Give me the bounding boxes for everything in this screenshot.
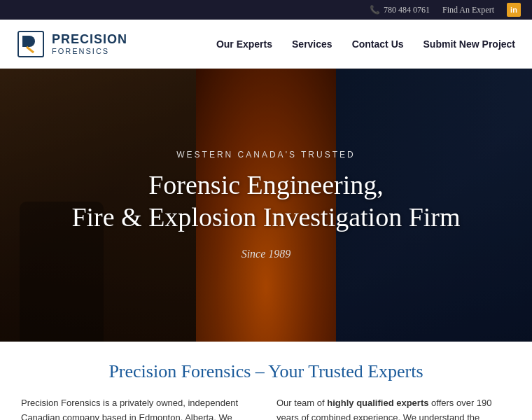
content-text-1: Precision Forensics is a privately owned… <box>21 396 255 420</box>
nav-services[interactable]: Services <box>292 38 332 50</box>
content-text-2: Our team of highly qualified experts off… <box>276 396 511 420</box>
hero-subtitle: WESTERN CANADA'S TRUSTED <box>176 150 355 160</box>
hero-title-line2: Fire & Explosion Investigation Firm <box>71 202 460 232</box>
hero-content: WESTERN CANADA'S TRUSTED Forensic Engine… <box>0 69 532 342</box>
logo-precision: PRECISION <box>52 32 127 47</box>
find-expert-link[interactable]: Find An Expert <box>442 5 494 15</box>
logo[interactable]: PRECISION FORENSICS <box>17 30 127 58</box>
phone-container[interactable]: 📞 780 484 0761 <box>370 5 430 15</box>
nav-submit[interactable]: Submit New Project <box>424 38 515 50</box>
main-nav: Our Experts Services Contact Us Submit N… <box>216 38 515 50</box>
hero-title-line1: Forensic Engineering, <box>148 170 384 200</box>
content-col-2: Our team of highly qualified experts off… <box>276 396 511 420</box>
logo-text: PRECISION FORENSICS <box>52 32 127 55</box>
nav-experts[interactable]: Our Experts <box>216 38 272 50</box>
top-bar: 📞 780 484 0761 Find An Expert in <box>0 0 532 20</box>
phone-number: 780 484 0761 <box>384 5 430 15</box>
hero-title: Forensic Engineering, Fire & Explosion I… <box>71 169 460 233</box>
header: PRECISION FORENSICS Our Experts Services… <box>0 20 532 69</box>
logo-forensics: FORENSICS <box>52 47 127 55</box>
nav-contact[interactable]: Contact Us <box>352 38 404 50</box>
content-columns: Precision Forensics is a privately owned… <box>21 396 511 420</box>
phone-icon: 📞 <box>370 5 380 15</box>
linkedin-icon[interactable]: in <box>507 3 521 17</box>
hero-section: WESTERN CANADA'S TRUSTED Forensic Engine… <box>0 69 532 342</box>
content-col-1: Precision Forensics is a privately owned… <box>21 396 255 420</box>
content-title: Precision Forensics – Your Trusted Exper… <box>21 361 511 382</box>
hero-since: Since 1989 <box>241 248 291 260</box>
content-section: Precision Forensics – Your Trusted Exper… <box>0 342 532 420</box>
logo-svg <box>17 30 45 58</box>
